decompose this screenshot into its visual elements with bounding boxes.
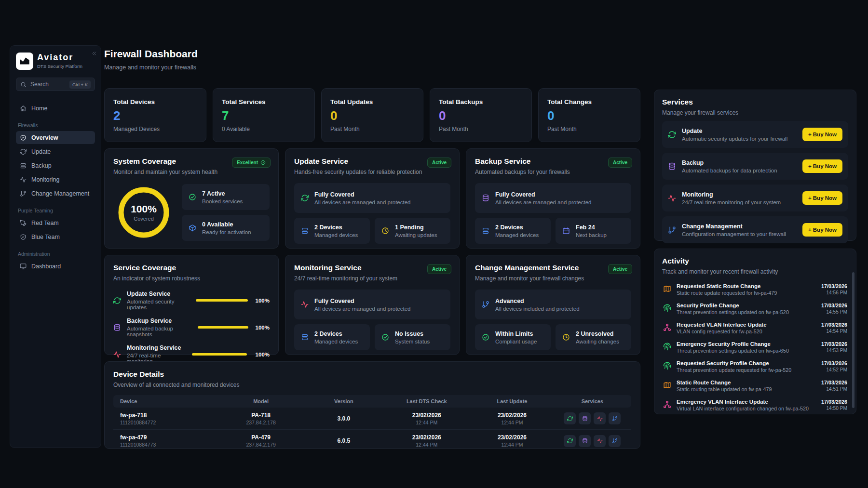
- buy-now-button-backup[interactable]: + Buy Now: [802, 159, 842, 173]
- check-circle-icon: [482, 333, 489, 341]
- search-shortcut: Ctrl + K: [69, 80, 91, 89]
- activity-icon: [597, 416, 603, 422]
- page-subtitle: Manage and monitor your firewalls: [104, 64, 640, 71]
- brand-title: Aviator: [37, 53, 82, 63]
- active-badge: Active: [608, 264, 632, 274]
- sidebar: Aviator DTS Security Platform Search Ctr…: [10, 45, 101, 448]
- update-service-card: Update Service Hands-free security updat…: [285, 148, 460, 249]
- check-circle-icon: [381, 333, 389, 341]
- change-management-service-button[interactable]: [609, 412, 621, 424]
- stat-value: 0: [439, 108, 523, 123]
- service-row-change-management: Change Management Configuration manageme…: [662, 216, 848, 243]
- right-column: Services Manage your firewall services U…: [654, 90, 856, 414]
- device-model: PA-479: [217, 434, 305, 441]
- sidebar-item-label: Overview: [31, 134, 58, 141]
- excellent-badge: Excellent: [232, 158, 271, 168]
- sidebar-item-dashboard[interactable]: Dashboard: [16, 260, 95, 273]
- git-branch-icon: [482, 301, 489, 308]
- card-title: Service Coverage: [113, 264, 270, 272]
- stat-label: Total Services: [222, 98, 306, 106]
- server-icon: [20, 162, 27, 169]
- service-coverage-card: Service Coverage An indicator of system …: [104, 255, 279, 355]
- sidebar-item-blue-team[interactable]: Blue Team: [16, 230, 95, 243]
- sidebar-item-backup[interactable]: Backup: [16, 159, 95, 172]
- stat-value: 2: [113, 108, 197, 123]
- column-header-last-dts-check: Last DTS Check: [382, 398, 471, 404]
- sidebar-item-red-team[interactable]: Red Team: [16, 216, 95, 229]
- monitoring-service-button[interactable]: [594, 435, 606, 447]
- buy-now-button-update[interactable]: + Buy Now: [802, 128, 842, 141]
- refresh-icon: [301, 194, 309, 202]
- monitoring-service-button[interactable]: [594, 412, 606, 424]
- devices-tile: 2 Devices Managed devices: [294, 218, 370, 244]
- network-icon: [663, 400, 671, 409]
- monitor-icon: [20, 263, 27, 270]
- card-subtitle: An indicator of system robustness: [113, 275, 270, 282]
- coverage-status-tile: Fully Covered All devices are managed an…: [475, 183, 631, 213]
- activity-scrollbar[interactable]: [852, 272, 854, 408]
- sidebar-item-monitoring[interactable]: Monitoring: [16, 173, 95, 186]
- update-service-button[interactable]: [564, 412, 576, 424]
- activity-icon: [113, 351, 121, 358]
- panel-subtitle: Track and monitor your recent firewall a…: [662, 268, 848, 275]
- activity-item: Security Profile Change Threat preventio…: [662, 300, 848, 319]
- coverage-status-tile: Fully Covered All devices are managed an…: [294, 183, 450, 213]
- table-row: fw-pa-718 1112010884772 PA-718 237.84.2.…: [113, 408, 631, 430]
- fingerprint-icon: [663, 304, 671, 312]
- service-row-backup: Backup Automated backups for data protec…: [662, 153, 848, 180]
- update-service-button[interactable]: [564, 435, 576, 447]
- git-branch-icon: [612, 416, 618, 422]
- box-icon: [189, 224, 196, 232]
- progress-bar: [198, 326, 248, 329]
- stat-card-total-devices: Total Devices 2 Managed Devices: [104, 88, 206, 142]
- sidebar-item-label: Monitoring: [31, 176, 59, 183]
- sidebar-item-home[interactable]: Home: [16, 102, 95, 115]
- progress-bar: [192, 353, 247, 356]
- search-label: Search: [30, 81, 49, 88]
- check-circle-icon: [189, 193, 196, 201]
- stat-sub: Past Month: [330, 126, 414, 132]
- home-icon: [20, 105, 27, 112]
- device-details-card: Device Details Overview of all connected…: [104, 361, 640, 449]
- database-icon: [582, 416, 588, 422]
- device-name: fw-pa-479: [120, 434, 217, 441]
- stat-value: 7: [222, 108, 306, 123]
- map-icon: [663, 285, 671, 293]
- backup-service-button[interactable]: [579, 435, 591, 447]
- panel-title: Activity: [662, 257, 848, 265]
- change-management-card: Change Management Service Manage and mon…: [466, 255, 640, 355]
- stat-card-total-updates: Total Updates 0 Past Month: [321, 88, 423, 142]
- collapse-sidebar-icon[interactable]: [91, 50, 97, 58]
- main-content: Firewall Dashboard Manage and monitor yo…: [104, 48, 640, 449]
- available-services-tile: 0 Available Ready for activation: [182, 215, 270, 241]
- buy-now-button-monitoring[interactable]: + Buy Now: [802, 191, 842, 205]
- search-input[interactable]: Search Ctrl + K: [16, 78, 95, 91]
- sidebar-item-label: Update: [31, 148, 51, 155]
- column-header-device: Device: [113, 398, 217, 404]
- sidebar-item-change-management[interactable]: Change Management: [16, 187, 95, 200]
- buy-now-button-change-management[interactable]: + Buy Now: [802, 223, 842, 237]
- backup-service-card: Backup Service Automated backups for you…: [466, 148, 640, 249]
- sidebar-item-overview[interactable]: Overview: [16, 131, 95, 144]
- change-management-service-button[interactable]: [609, 435, 621, 447]
- git-branch-icon: [20, 190, 27, 197]
- device-serial: 1112010884773: [120, 442, 217, 448]
- services-panel: Services Manage your firewall services U…: [654, 90, 856, 241]
- last-update-date: 23/02/2026: [471, 412, 554, 419]
- stat-label: Total Devices: [113, 98, 197, 106]
- coverage-status-tile: Advanced All devices included and protec…: [475, 290, 631, 319]
- column-header-services: Services: [554, 398, 631, 404]
- shield-check-icon: [20, 134, 27, 141]
- compliance-tile: Within Limits Compliant usage: [475, 324, 551, 350]
- backup-service-button[interactable]: [579, 412, 591, 424]
- activity-icon: [301, 301, 309, 308]
- server-icon: [301, 227, 309, 235]
- refresh-icon: [668, 131, 676, 139]
- last-check-time: 12:44 PM: [382, 420, 471, 425]
- activity-panel: Activity Track and monitor your recent f…: [654, 249, 856, 414]
- stat-value: 0: [330, 108, 414, 123]
- stats-row: Total Devices 2 Managed Devices Total Se…: [104, 88, 640, 142]
- stat-label: Total Changes: [547, 98, 631, 106]
- last-check-time: 12:44 PM: [382, 442, 471, 448]
- sidebar-item-update[interactable]: Update: [16, 145, 95, 158]
